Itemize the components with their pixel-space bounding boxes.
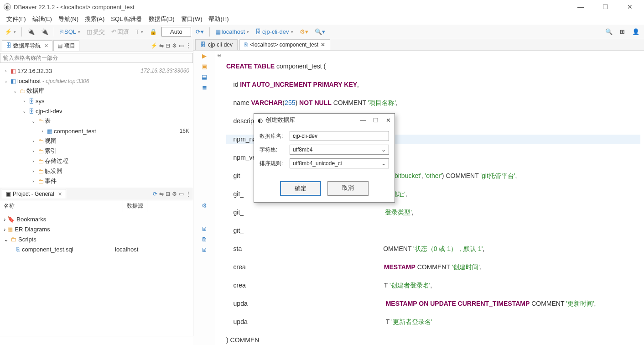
menu-file[interactable]: 文件(F): [4, 14, 29, 24]
execute-script-icon[interactable]: ▣: [202, 63, 207, 70]
node-er-diagrams[interactable]: ›▦ER Diagrams: [2, 224, 191, 234]
nav-settings-icon[interactable]: ⚙: [172, 42, 177, 49]
node-component-test[interactable]: ›▦component_test16K: [1, 126, 192, 136]
search-icon[interactable]: 🔍: [603, 27, 614, 36]
title-bar: ◐ DBeaver 22.1.2 - <localhost> component…: [0, 0, 644, 14]
tab-project-general[interactable]: ▣ Project - General ✕: [2, 189, 66, 199]
app-icon: ◐: [4, 3, 11, 10]
load-icon[interactable]: 🗎: [202, 236, 208, 243]
node-scripts[interactable]: ⌄🗀Scripts: [2, 234, 191, 244]
refresh-button[interactable]: ⟳▾: [194, 27, 206, 36]
search-tool-button[interactable]: 🔍▾: [313, 27, 327, 36]
select-collation[interactable]: utf8mb4_unicode_ci⌄: [290, 158, 389, 168]
window-title: DBeaver 22.1.2 - <localhost> component_t…: [14, 4, 135, 10]
tx-button[interactable]: T▾: [134, 27, 145, 36]
stop-icon[interactable]: ≣: [202, 84, 207, 91]
connection-selector[interactable]: ▤ localhost▾: [213, 27, 251, 36]
close-icon[interactable]: ✕: [44, 43, 48, 49]
node-tables[interactable]: ⌄🗀表: [1, 116, 192, 126]
node-bookmarks[interactable]: ›🔖Bookmarks: [2, 214, 191, 224]
table-filter-input[interactable]: [0, 53, 193, 63]
conn-172-16-32-33[interactable]: ›◧172.16.32.33- 172.16.32.33:33060: [1, 66, 192, 76]
perspective-button[interactable]: ⊞: [618, 27, 627, 36]
commit-button[interactable]: ◫ 提交: [85, 27, 107, 37]
refresh-icon[interactable]: ⟳: [153, 191, 157, 197]
minimize-icon[interactable]: ▭: [179, 191, 184, 197]
node-databases[interactable]: ⌄🗀数据库: [1, 86, 192, 96]
lock-button[interactable]: 🔒: [148, 27, 159, 36]
settings-button[interactable]: ⚙▾: [298, 27, 310, 36]
link-icon[interactable]: ⇋: [159, 191, 164, 197]
create-database-dialog: ◐ 创建数据库 — ☐ ✕ 数据库名: 字符集: utf8mb4⌄ 排序规则: …: [254, 113, 395, 203]
node-triggers[interactable]: ›🗀触发器: [1, 166, 192, 176]
select-charset[interactable]: utf8mb4⌄: [290, 145, 389, 155]
node-procedures[interactable]: ›🗀存储过程: [1, 156, 192, 166]
main-toolbar: ⚡▾ 🔌 🔌 ⎘ SQL▾ ◫ 提交 ↶ 回滚 T▾ 🔒 Auto ⟳▾ ▤ l…: [0, 25, 644, 39]
minimize-button[interactable]: —: [574, 3, 587, 10]
menu-help[interactable]: 帮助(H): [206, 14, 231, 24]
view-menu-icon[interactable]: ⋮: [186, 191, 191, 197]
label-collation: 排序规则:: [260, 160, 290, 167]
node-sys[interactable]: ›🗄sys: [1, 96, 192, 106]
node-views[interactable]: ›🗀视图: [1, 136, 192, 146]
menu-bar: 文件(F) 编辑(E) 导航(N) 搜索(A) SQL 编辑器 数据库(D) 窗…: [0, 14, 644, 25]
project-icon: ▣: [6, 191, 11, 197]
sql-editor-button[interactable]: ⎘ SQL▾: [58, 27, 82, 36]
filter-icon[interactable]: ⊟: [166, 42, 170, 49]
script-component-test[interactable]: ⎘component_test.sqllocalhost: [2, 244, 191, 254]
editor-tabs: 🗄 cjp-cli-dev ⎘ <localhost> component_te…: [193, 39, 644, 51]
editor-tab-component-test[interactable]: ⎘ <localhost> component_test ✕: [239, 39, 330, 50]
input-db-name[interactable]: [290, 131, 389, 141]
menu-navigate[interactable]: 导航(N): [56, 14, 81, 24]
project-tree: ›🔖Bookmarks ›▦ER Diagrams ⌄🗀Scripts ⎘com…: [0, 212, 193, 336]
ok-button[interactable]: 确定: [280, 181, 321, 196]
user-icon[interactable]: 👤: [630, 27, 641, 36]
chevron-down-icon: ⌄: [381, 160, 386, 167]
export-icon[interactable]: 🗎: [202, 246, 208, 253]
dialog-icon: ◐: [258, 117, 263, 124]
col-datasource[interactable]: 数据源: [123, 200, 147, 212]
dialog-title-text: 创建数据库: [265, 116, 295, 124]
collapse-icon[interactable]: ⇋: [159, 42, 164, 49]
execute-icon[interactable]: ▶: [202, 52, 207, 59]
view-menu-icon[interactable]: ⋮: [186, 42, 191, 49]
close-icon[interactable]: ✕: [321, 42, 325, 48]
editor-tab-cjp-cli-dev[interactable]: 🗄 cjp-cli-dev: [195, 39, 238, 50]
close-icon[interactable]: ✕: [58, 191, 62, 197]
collapse-icon[interactable]: ⊟: [166, 191, 170, 197]
dialog-minimize-button[interactable]: —: [360, 117, 366, 124]
settings-icon[interactable]: ⚙: [172, 191, 177, 197]
chevron-down-icon: ⌄: [381, 146, 386, 153]
col-name[interactable]: 名称: [0, 200, 123, 212]
new-connection-button[interactable]: ⚡▾: [3, 27, 18, 36]
node-indexes[interactable]: ›🗀索引: [1, 146, 192, 156]
rollback-button[interactable]: ↶ 回滚: [109, 27, 131, 37]
dialog-close-button[interactable]: ✕: [386, 117, 391, 124]
script-icon: ⎘: [244, 42, 248, 48]
db-icon: 🗄: [200, 42, 206, 48]
label-charset: 字符集:: [260, 146, 290, 154]
minimize-icon[interactable]: ▭: [179, 42, 184, 49]
tab-projects[interactable]: ▤ 项目: [53, 40, 79, 51]
menu-sql-editor[interactable]: SQL 编辑器: [108, 14, 145, 24]
save-icon[interactable]: 🗎: [202, 225, 208, 232]
menu-edit[interactable]: 编辑(E): [30, 14, 55, 24]
close-button[interactable]: ✕: [623, 3, 637, 10]
node-events[interactable]: ›🗀事件: [1, 176, 192, 186]
cancel-button[interactable]: 取消: [327, 181, 369, 196]
menu-database[interactable]: 数据库(D): [146, 14, 177, 24]
menu-window[interactable]: 窗口(W): [178, 14, 205, 24]
auto-commit-select[interactable]: Auto: [161, 27, 191, 37]
tab-database-navigator[interactable]: 🗄 数据库导航 ✕: [2, 40, 52, 51]
node-cjp-cli-dev[interactable]: ⌄🗄cjp-cli-dev: [1, 106, 192, 116]
dialog-maximize-button[interactable]: ☐: [373, 117, 379, 124]
connect-button[interactable]: 🔌: [26, 27, 36, 36]
gear-icon[interactable]: ⚙: [202, 202, 207, 209]
menu-search[interactable]: 搜索(A): [82, 14, 107, 24]
explain-icon[interactable]: ⬓: [202, 73, 207, 80]
conn-localhost[interactable]: ⌄◧localhost - cjpclidev.top:3306: [1, 76, 192, 86]
schema-selector[interactable]: 🗄 cjp-cli-dev▾: [254, 27, 295, 36]
disconnect-button[interactable]: 🔌: [39, 27, 50, 36]
maximize-button[interactable]: ☐: [598, 3, 612, 10]
link-icon[interactable]: ⚡: [151, 42, 157, 49]
